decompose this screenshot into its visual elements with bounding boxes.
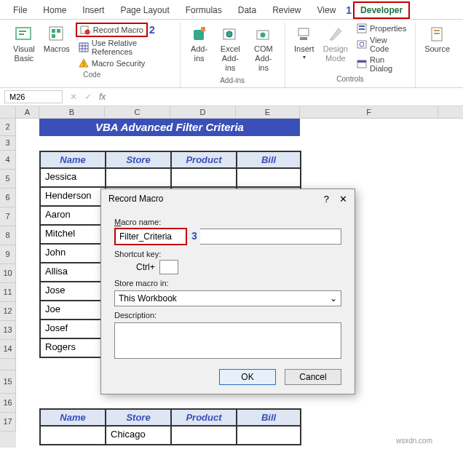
header-bill[interactable]: Bill bbox=[237, 151, 301, 168]
crit-name[interactable] bbox=[40, 426, 106, 445]
svg-point-19 bbox=[226, 31, 232, 37]
header-store[interactable]: Store bbox=[106, 151, 171, 168]
svg-text:!: ! bbox=[83, 60, 85, 68]
col-B[interactable]: B bbox=[39, 106, 105, 118]
group-addins: Add- ins Excel Add-ins COM Add-ins Add-i… bbox=[181, 23, 285, 87]
row-16[interactable]: 16 bbox=[0, 394, 16, 413]
header-product[interactable]: Product bbox=[171, 151, 237, 168]
row-14[interactable]: 14 bbox=[0, 340, 16, 359]
visual-basic-button[interactable]: Visual Basic bbox=[10, 23, 38, 65]
com-addins-button[interactable]: COM Add-ins bbox=[248, 23, 279, 75]
record-icon bbox=[80, 25, 90, 35]
svg-point-8 bbox=[84, 30, 90, 35]
dialog-close-button[interactable]: ✕ bbox=[339, 194, 347, 205]
name-box[interactable]: M26 bbox=[4, 90, 63, 103]
watermark: wsxdn.com bbox=[396, 437, 432, 445]
col-F[interactable]: F bbox=[300, 106, 438, 118]
group-code: Visual Basic Macros Record Macro 2 Use R… bbox=[4, 23, 181, 87]
macro-name-input[interactable] bbox=[114, 228, 187, 245]
tab-review[interactable]: Review bbox=[265, 1, 308, 19]
header-store[interactable]: Store bbox=[106, 409, 171, 426]
cell-name[interactable]: Mitchel bbox=[40, 225, 106, 244]
grid-icon bbox=[79, 42, 89, 52]
description-label: Description: bbox=[114, 311, 341, 320]
header-name[interactable]: Name bbox=[40, 151, 106, 168]
cell-name[interactable]: Joe bbox=[40, 301, 106, 320]
row-headers: 234567891011121314151617 bbox=[0, 119, 16, 448]
row-17[interactable]: 17 bbox=[0, 413, 16, 432]
svg-rect-32 bbox=[357, 60, 366, 63]
cell-name[interactable]: Allisa bbox=[40, 263, 106, 282]
row-15[interactable]: 15 bbox=[0, 370, 16, 394]
description-input[interactable] bbox=[114, 322, 341, 359]
use-relative-button[interactable]: Use Relative References bbox=[76, 38, 174, 57]
row-12[interactable]: 12 bbox=[0, 302, 16, 321]
row-8[interactable]: 8 bbox=[0, 226, 16, 245]
chevron-down-icon: ⌄ bbox=[330, 293, 337, 304]
select-all[interactable] bbox=[0, 106, 16, 118]
view-code-button[interactable]: View Code bbox=[354, 35, 409, 54]
tab-data[interactable]: Data bbox=[231, 1, 264, 19]
cell-name[interactable]: John bbox=[40, 244, 106, 263]
cell-name[interactable]: Henderson bbox=[40, 187, 106, 206]
excel-addins-button[interactable]: Excel Add-ins bbox=[215, 23, 246, 75]
tab-home[interactable]: Home bbox=[36, 1, 74, 19]
row-11[interactable]: 11 bbox=[0, 283, 16, 302]
record-macro-button[interactable]: Record Macro bbox=[76, 23, 148, 37]
tab-pagelayout[interactable]: Page Layout bbox=[113, 1, 176, 19]
excel-addins-icon bbox=[220, 24, 240, 44]
crit-bill[interactable] bbox=[237, 426, 301, 445]
row-2[interactable]: 2 bbox=[0, 119, 16, 136]
svg-rect-23 bbox=[300, 37, 307, 40]
macros-button[interactable]: Macros bbox=[41, 23, 73, 55]
row-3[interactable]: 3 bbox=[0, 136, 16, 151]
tab-insert[interactable]: Insert bbox=[75, 1, 111, 19]
header-bill[interactable]: Bill bbox=[237, 409, 301, 426]
addins-button[interactable]: Add- ins bbox=[186, 23, 213, 65]
properties-button[interactable]: Properties bbox=[354, 23, 409, 34]
col-E[interactable]: E bbox=[236, 106, 300, 118]
shortcut-key-input[interactable] bbox=[159, 260, 178, 274]
group-controls-label: Controls bbox=[336, 74, 363, 86]
cell-name[interactable]: Aaron bbox=[40, 206, 106, 225]
row-[interactable] bbox=[0, 359, 16, 370]
design-mode-button[interactable]: Design Mode bbox=[320, 23, 351, 65]
tab-file[interactable]: File bbox=[6, 1, 34, 19]
run-dialog-button[interactable]: Run Dialog bbox=[354, 55, 409, 74]
tab-view[interactable]: View bbox=[310, 1, 344, 19]
insert-control-button[interactable]: Insert▾ bbox=[291, 23, 317, 63]
insert-icon bbox=[294, 24, 314, 44]
tab-developer[interactable]: Developer bbox=[353, 1, 410, 19]
source-button[interactable]: Source bbox=[422, 23, 453, 55]
col-C[interactable]: C bbox=[105, 106, 170, 118]
group-controls: Insert▾ Design Mode Properties View Code… bbox=[285, 23, 416, 87]
store-macro-select[interactable]: This Workbook⌄ bbox=[114, 290, 341, 306]
row-5[interactable]: 5 bbox=[0, 170, 16, 189]
cell-name[interactable]: Jessica bbox=[40, 168, 106, 187]
macro-security-button[interactable]: ! Macro Security bbox=[76, 57, 174, 69]
fx-label[interactable]: fx bbox=[99, 92, 106, 102]
dialog-help-button[interactable]: ? bbox=[324, 194, 329, 205]
row-10[interactable]: 10 bbox=[0, 264, 16, 283]
row-9[interactable]: 9 bbox=[0, 245, 16, 264]
run-dialog-icon bbox=[357, 59, 367, 69]
row-4[interactable]: 4 bbox=[0, 151, 16, 170]
svg-rect-2 bbox=[19, 33, 24, 35]
row-7[interactable]: 7 bbox=[0, 207, 16, 226]
ok-button[interactable]: OK bbox=[219, 369, 276, 385]
row-13[interactable]: 13 bbox=[0, 321, 16, 340]
row-6[interactable]: 6 bbox=[0, 189, 16, 207]
crit-store[interactable]: Chicago bbox=[106, 426, 171, 445]
tab-formulas[interactable]: Formulas bbox=[178, 1, 229, 19]
crit-product[interactable] bbox=[171, 426, 237, 445]
cancel-button[interactable]: Cancel bbox=[285, 369, 341, 385]
header-product[interactable]: Product bbox=[171, 409, 237, 426]
header-name[interactable]: Name bbox=[40, 409, 106, 426]
cell-name[interactable]: Rogers bbox=[40, 338, 106, 357]
svg-rect-22 bbox=[298, 28, 309, 36]
store-macro-label: Store macro in: bbox=[114, 279, 341, 287]
cell-name[interactable]: Jose bbox=[40, 282, 106, 301]
col-D[interactable]: D bbox=[170, 106, 236, 118]
cell-name[interactable]: Josef bbox=[40, 320, 106, 338]
col-A[interactable]: A bbox=[16, 106, 39, 118]
